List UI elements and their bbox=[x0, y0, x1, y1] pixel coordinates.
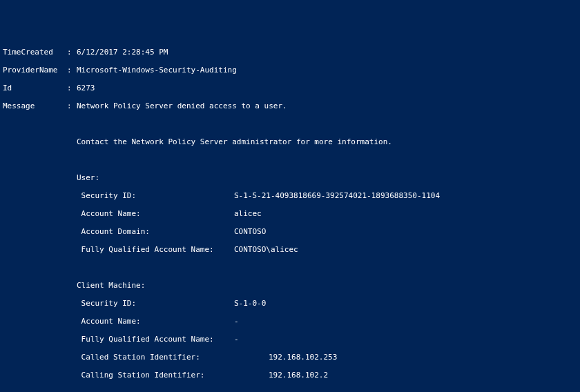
section-user: User: bbox=[3, 173, 580, 182]
row-user-account: Account Name:alicec bbox=[3, 209, 580, 218]
row-client-fqan: Fully Qualified Account Name:- bbox=[3, 335, 580, 344]
row-message: Message: Network Policy Server denied ac… bbox=[3, 101, 580, 110]
value-id: 6273 bbox=[77, 84, 95, 92]
row-client-account: Account Name:- bbox=[3, 317, 580, 326]
row-user-domain: Account Domain:CONTOSO bbox=[3, 227, 580, 236]
label-id: Id bbox=[3, 84, 67, 92]
row-client-sid: Security ID:S-1-0-0 bbox=[3, 299, 580, 308]
row-timecreated: TimeCreated: 6/12/2017 2:28:45 PM bbox=[3, 48, 580, 57]
value-provider: Microsoft-Windows-Security-Auditing bbox=[77, 66, 237, 75]
value-contact: Contact the Network Policy Server admini… bbox=[77, 137, 392, 146]
event-output: TimeCreated: 6/12/2017 2:28:45 PM Provid… bbox=[3, 39, 580, 392]
row-contact: Contact the Network Policy Server admini… bbox=[3, 137, 580, 146]
section-client: Client Machine: bbox=[3, 281, 580, 290]
row-user-sid: Security ID:S-1-5-21-4093818669-39257402… bbox=[3, 191, 580, 200]
row-id: Id: 6273 bbox=[3, 84, 580, 92]
label-message: Message bbox=[3, 101, 67, 110]
value-timecreated: 6/12/2017 2:28:45 PM bbox=[77, 48, 168, 57]
label-provider: ProviderName bbox=[3, 66, 67, 75]
value-message: Network Policy Server denied access to a… bbox=[77, 101, 287, 110]
row-provider: ProviderName: Microsoft-Windows-Security… bbox=[3, 66, 580, 75]
row-client-calling: Calling Station Identifier:192.168.102.2 bbox=[3, 371, 580, 380]
row-client-called: Called Station Identifier:192.168.102.25… bbox=[3, 353, 580, 362]
label-timecreated: TimeCreated bbox=[3, 48, 67, 57]
row-user-fqan: Fully Qualified Account Name:CONTOSO\ali… bbox=[3, 245, 580, 254]
